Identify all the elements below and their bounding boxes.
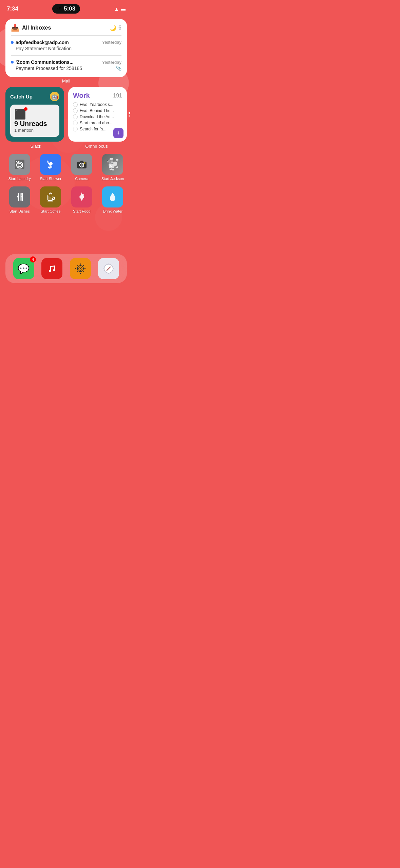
mail-subject-1: Pay Statement Notification	[11, 46, 121, 51]
slack-notification-badge	[24, 107, 27, 111]
safari-icon	[98, 258, 119, 279]
music-icon	[41, 258, 62, 279]
mail-header: 📥 All Inboxes 🌙 6	[11, 24, 121, 32]
mail-widget-title: All Inboxes	[22, 25, 51, 31]
svg-line-9	[49, 167, 50, 168]
laundry-label: Start Laundry	[8, 177, 31, 181]
app-start-laundry[interactable]: Start Laundry	[5, 154, 34, 181]
dock: 💬 4	[5, 254, 127, 283]
app-start-shower[interactable]: Start Shower	[37, 154, 65, 181]
moon-icon: 🌙	[110, 25, 116, 31]
status-time-left: 7:34	[7, 5, 18, 12]
mail-subject-2: Payment Processed for 258185 📎	[11, 66, 121, 71]
svg-line-32	[77, 265, 78, 266]
laundry-icon	[9, 154, 30, 175]
attachment-icon: 📎	[116, 66, 121, 71]
messages-badge: 4	[30, 256, 36, 263]
water-label: Drink Water	[103, 209, 122, 214]
svg-rect-21	[45, 262, 58, 275]
dock-music[interactable]	[41, 258, 62, 279]
jackson-icon: 🐩	[102, 154, 123, 175]
svg-line-10	[51, 167, 51, 168]
jackson-label: Start Jackson	[101, 177, 124, 181]
dishes-label: Start Dishes	[9, 209, 30, 214]
omni-item-2: Fwd: Behind The...	[73, 108, 122, 113]
battery-icon: ▬	[121, 6, 126, 12]
mail-count: 6	[118, 25, 121, 31]
shower-label: Start Shower	[40, 177, 61, 181]
app-start-food[interactable]: Start Food	[68, 186, 96, 214]
mail-item-2[interactable]: 'Zoom Communications... Yesterday Paymen…	[11, 58, 121, 72]
svg-point-19	[82, 194, 84, 196]
omni-title: Work	[73, 92, 90, 100]
mail-date-1: Yesterday	[102, 40, 121, 45]
mail-widget-label: Mail	[0, 78, 132, 84]
dock-safari[interactable]	[98, 258, 119, 279]
status-right: ▲ ▬	[114, 6, 126, 12]
slack-unreads: 9 Unreads	[14, 120, 55, 128]
omni-item-4: Start thread abo...	[73, 121, 122, 125]
status-center: ↺ 5:03	[52, 4, 80, 14]
app-drink-water[interactable]: Drink Water	[99, 186, 127, 214]
camera-icon	[71, 154, 92, 175]
slack-avatar: 🤖	[50, 92, 59, 101]
slack-mention: 1 mention	[14, 128, 55, 133]
page-dots	[129, 112, 130, 117]
mail-date-2: Yesterday	[102, 60, 121, 65]
svg-line-34	[83, 265, 84, 266]
omni-item-1: Fwd: Yearbook s...	[73, 102, 122, 107]
app-start-jackson[interactable]: 🐩 Start Jackson	[99, 154, 127, 181]
svg-point-23	[53, 269, 55, 271]
svg-point-5	[49, 162, 53, 165]
svg-line-6	[49, 166, 49, 168]
reload-icon: ↺	[57, 6, 61, 12]
widget-labels-row: Slack OmniFocus	[5, 143, 127, 149]
slack-widget[interactable]: Catch Up 🤖 ⬛ 9 Unreads 1 mention	[5, 87, 64, 142]
unread-dot-2	[11, 61, 14, 64]
food-label: Start Food	[73, 209, 90, 214]
svg-line-35	[77, 271, 78, 272]
dot-1	[129, 112, 130, 114]
mail-sender-1: adpfeedback@adp.com	[16, 40, 69, 45]
unread-dot	[11, 41, 14, 44]
shower-icon	[40, 154, 61, 175]
svg-point-14	[84, 162, 85, 164]
slack-app-icon: ⬛	[14, 109, 26, 120]
coffee-icon	[40, 186, 61, 207]
water-icon	[102, 186, 123, 207]
svg-point-22	[49, 270, 51, 272]
dock-messages[interactable]: 💬 4	[13, 258, 34, 279]
svg-line-33	[83, 271, 84, 272]
status-bar: 7:34 ↺ 5:03 ▲ ▬	[0, 0, 132, 15]
slack-content: ⬛ 9 Unreads 1 mention	[10, 105, 59, 137]
dock-overcast[interactable]	[70, 258, 91, 279]
app-start-dishes[interactable]: Start Dishes	[5, 186, 34, 214]
omnifocus-widget[interactable]: Work 191 Fwd: Yearbook s... Fwd: Behind …	[68, 87, 127, 142]
slack-label: Catch Up	[10, 94, 33, 100]
mail-divider	[11, 35, 121, 36]
omni-add-button[interactable]: +	[113, 128, 123, 138]
omnifocus-widget-label: OmniFocus	[66, 143, 127, 149]
coffee-label: Start Coffee	[41, 209, 61, 214]
dishes-icon	[9, 186, 30, 207]
mail-inbox-icon: 📥	[11, 24, 19, 32]
widgets-row: Catch Up 🤖 ⬛ 9 Unreads 1 mention Work 19…	[5, 87, 127, 142]
food-icon	[71, 186, 92, 207]
mail-sender-2: 'Zoom Communications...	[16, 59, 74, 65]
svg-line-7	[50, 166, 51, 168]
status-center-time: 5:03	[64, 5, 75, 12]
svg-point-27	[80, 268, 81, 269]
overcast-icon	[70, 258, 91, 279]
svg-point-3	[16, 161, 17, 162]
app-start-coffee[interactable]: Start Coffee	[37, 186, 65, 214]
omni-item-3: Download the Ad...	[73, 114, 122, 119]
svg-point-13	[81, 164, 83, 166]
omni-count: 191	[113, 93, 122, 99]
mail-widget[interactable]: 📥 All Inboxes 🌙 6 adpfeedback@adp.com Ye…	[5, 19, 127, 77]
mail-item-1[interactable]: adpfeedback@adp.com Yesterday Pay Statem…	[11, 38, 121, 53]
slack-widget-label: Slack	[5, 143, 66, 149]
app-camera[interactable]: Camera	[68, 154, 96, 181]
wifi-icon: ▲	[114, 6, 119, 12]
mail-divider-2	[11, 55, 121, 56]
camera-label: Camera	[75, 177, 88, 181]
